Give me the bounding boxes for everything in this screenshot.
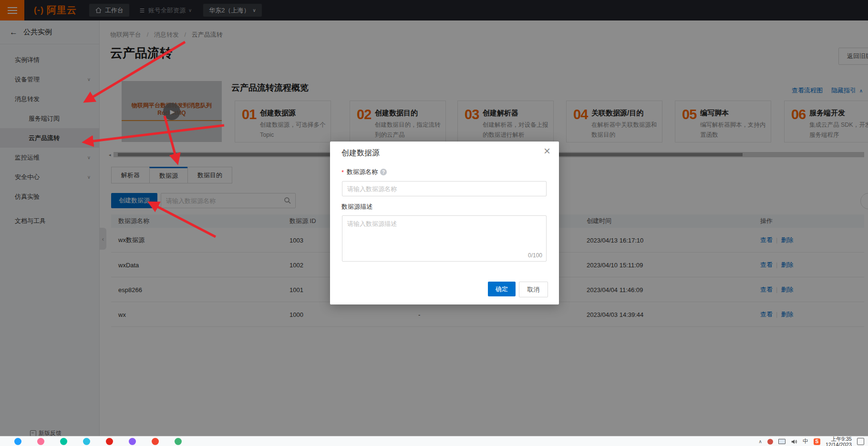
create-data-source-modal: 创建数据源 × * 数据源名称 ? 数据源描述 0/100 确定 取消 <box>330 142 559 304</box>
cancel-button[interactable]: 取消 <box>519 282 548 297</box>
tray-date: 12/14/2023 <box>826 442 852 446</box>
system-tray: ∧ 中 S 上午9:35 12/14/2023 <box>759 436 864 446</box>
close-icon[interactable]: × <box>544 145 550 157</box>
tray-clock[interactable]: 上午9:35 12/14/2023 <box>826 436 852 446</box>
data-source-name-input[interactable] <box>342 181 547 196</box>
app-pink-icon[interactable] <box>37 438 44 445</box>
name-field-label: * 数据源名称 ? <box>341 168 387 176</box>
description-field: 0/100 <box>342 215 547 262</box>
tray-display-icon[interactable] <box>778 439 785 444</box>
help-circle-icon[interactable]: ? <box>380 169 387 175</box>
tray-ime-indicator[interactable]: 中 <box>803 437 808 446</box>
app-teal-icon[interactable] <box>60 438 67 445</box>
app-green-icon[interactable] <box>175 438 182 445</box>
tray-time: 上午9:35 <box>826 436 852 442</box>
char-counter: 0/100 <box>528 252 542 259</box>
tray-chevron-up-icon[interactable]: ∧ <box>759 439 762 444</box>
confirm-button[interactable]: 确定 <box>488 282 516 296</box>
app-orange-red-icon[interactable] <box>152 438 159 445</box>
app-red-icon[interactable] <box>106 438 113 445</box>
modal-title: 创建数据源 <box>341 148 380 158</box>
data-source-description-textarea[interactable] <box>342 215 547 262</box>
tray-app-icon[interactable] <box>767 439 773 445</box>
tray-notification-icon[interactable] <box>857 438 864 445</box>
taskbar-apps <box>14 438 182 445</box>
tray-sogou-icon[interactable]: S <box>814 438 820 445</box>
description-field-label: 数据源描述 <box>341 203 372 211</box>
app-cyan-icon[interactable] <box>83 438 90 445</box>
app-purple-icon[interactable] <box>129 438 136 445</box>
app-blue-icon[interactable] <box>14 438 21 445</box>
required-asterisk: * <box>341 169 344 176</box>
tray-volume-icon[interactable] <box>791 438 797 445</box>
taskbar: ∧ 中 S 上午9:35 12/14/2023 <box>0 436 868 446</box>
